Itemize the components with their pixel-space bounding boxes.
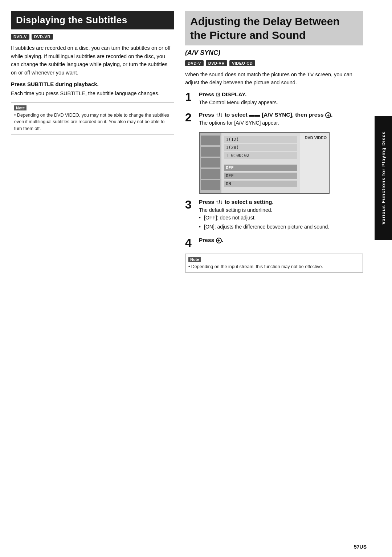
screen-left-row-3 xyxy=(201,158,220,168)
off-label: [OFF] xyxy=(204,215,217,221)
press-subtitle-desc: Each time you press SUBTITLE, the subtit… xyxy=(11,89,174,97)
right-column: Adjusting the Delay Between the Picture … xyxy=(181,11,385,546)
enter-icon-2: + xyxy=(216,238,222,243)
left-note-box: Note • Depending on the DVD VIDEO, you m… xyxy=(11,102,174,134)
settings-item-off: [OFF]: does not adjust. xyxy=(199,214,363,222)
step-3-desc: The default setting is underlined. xyxy=(199,206,363,214)
screen-line-3: T 0:00:02 xyxy=(224,152,297,159)
badge-right-dvd-v: DVD-V xyxy=(185,60,204,66)
screen-left-row-5 xyxy=(201,180,220,190)
right-badge-row: DVD-V DVD-VR VIDEO CD xyxy=(185,60,363,66)
enter-icon: + xyxy=(325,112,331,118)
screen-option-off: OFF xyxy=(224,173,297,179)
screen-dvd-video-label: DVD VIDEO xyxy=(305,136,327,140)
step-2-number: 2 xyxy=(185,112,196,123)
up-down-arrow-2-icon xyxy=(216,199,223,205)
badge-right-video-cd: VIDEO CD xyxy=(229,60,255,66)
step-3-title: Press to select a setting. xyxy=(199,199,363,205)
screen-left-panel xyxy=(200,133,221,193)
step-2-content: Press to select ▬▬ [A/V SYNC], then pres… xyxy=(199,112,363,127)
step-2-title: Press to select ▬▬ [A/V SYNC], then pres… xyxy=(199,112,363,118)
side-tab: Various Functions for Playing Discs xyxy=(375,116,392,240)
left-column: Displaying the Subtitles DVD-V DVD-VR If… xyxy=(11,11,181,546)
display-icon xyxy=(216,91,220,97)
step-2: 2 Press to select ▬▬ [A/V SYNC], then pr… xyxy=(185,112,363,127)
page-container: Displaying the Subtitles DVD-V DVD-VR If… xyxy=(0,0,392,557)
step-3: 3 Press to select a setting. The default… xyxy=(185,199,363,232)
step-1: 1 Press DISPLAY. The Control Menu displa… xyxy=(185,91,363,106)
step-1-title: Press DISPLAY. xyxy=(199,91,363,98)
right-section-title: Adjusting the Delay Between the Picture … xyxy=(185,11,363,45)
step-4-title: Press +. xyxy=(199,237,363,243)
step-3-content: Press to select a setting. The default s… xyxy=(199,199,363,232)
screen-line-2: 1(28) xyxy=(224,144,297,151)
right-note-text: • Depending on the input stream, this fu… xyxy=(188,263,360,270)
left-section-title: Displaying the Subtitles xyxy=(11,11,174,29)
right-note-label: Note xyxy=(188,257,201,262)
right-intro-text: When the sound does not match the pictur… xyxy=(185,70,363,87)
screen-option-on: ON xyxy=(224,181,297,187)
screen-left-row-1 xyxy=(201,136,220,145)
step-2-desc: The options for [A/V SYNC] appear. xyxy=(199,119,363,127)
right-note-box: Note • Depending on the input stream, th… xyxy=(185,254,363,273)
page-number: 57US xyxy=(354,544,367,550)
badge-dvd-vr: DVD-VR xyxy=(32,34,53,40)
left-intro-text: If subtitles are recorded on a disc, you… xyxy=(11,44,174,77)
screen-line-1: 1(12) xyxy=(224,136,297,143)
screen-inner: 1(12) 1(28) T 0:00:02 OFF OFF ON DVD VID… xyxy=(200,133,329,193)
screen-mockup: 1(12) 1(28) T 0:00:02 OFF OFF ON DVD VID… xyxy=(199,132,330,194)
up-down-arrow-icon xyxy=(216,112,223,118)
settings-item-on: [ON]: adjusts the difference between pic… xyxy=(199,223,363,231)
left-note-label: Note xyxy=(14,105,26,110)
step-4-number: 4 xyxy=(185,237,196,249)
badge-dvd-v: DVD-V xyxy=(11,34,29,40)
screen-left-row-2 xyxy=(201,147,220,157)
left-badge-row: DVD-V DVD-VR xyxy=(11,34,174,40)
step-4-content: Press +. xyxy=(199,237,363,245)
screen-label: DVD VIDEO xyxy=(300,133,329,193)
press-subtitle-heading: Press SUBTITLE during playback. xyxy=(11,81,174,87)
step-1-content: Press DISPLAY. The Control Menu display … xyxy=(199,91,363,106)
badge-right-dvd-vr: DVD-VR xyxy=(206,60,227,66)
left-note-text: • Depending on the DVD VIDEO, you may no… xyxy=(14,112,171,132)
step-1-number: 1 xyxy=(185,91,196,103)
step-4: 4 Press +. xyxy=(185,237,363,249)
step-3-number: 3 xyxy=(185,199,196,210)
step-1-desc: The Control Menu display appears. xyxy=(199,99,363,106)
screen-option-off-highlight: OFF xyxy=(224,165,297,171)
av-sync-heading: (A/V SYNC) xyxy=(185,49,363,57)
screen-main-area: 1(12) 1(28) T 0:00:02 OFF OFF ON xyxy=(221,133,300,193)
screen-left-row-4 xyxy=(201,169,220,179)
settings-list: [OFF]: does not adjust. [ON]: adjusts th… xyxy=(199,214,363,231)
